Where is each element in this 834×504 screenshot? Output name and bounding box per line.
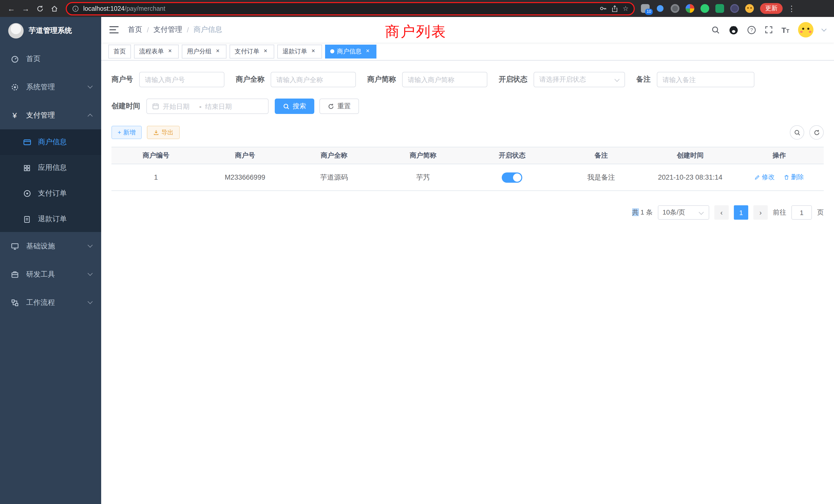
refresh-icon	[328, 103, 334, 110]
sidebar-item-pay-order[interactable]: 支付订单	[0, 181, 101, 206]
reset-button[interactable]: 重置	[320, 98, 359, 114]
close-icon[interactable]: ×	[262, 48, 269, 55]
password-key-icon[interactable]	[599, 5, 607, 12]
browser-reload-button[interactable]	[34, 2, 46, 15]
extension-icon[interactable]	[686, 4, 694, 13]
sidebar-item-system[interactable]: 系统管理	[0, 73, 101, 101]
status-select[interactable]: 请选择开启状态	[533, 72, 625, 87]
close-icon[interactable]: ×	[214, 48, 221, 55]
breadcrumb-current: 商户信息	[194, 25, 222, 35]
sidebar-item-merchant-info[interactable]: 商户信息	[0, 129, 101, 155]
full-name-input[interactable]	[271, 72, 356, 87]
info-icon	[72, 5, 79, 12]
github-icon[interactable]	[728, 25, 738, 35]
date-start-input[interactable]	[163, 102, 196, 110]
tab-pay-order[interactable]: 支付订单 ×	[229, 44, 274, 58]
tab-merchant-info[interactable]: 商户信息 ×	[325, 44, 376, 58]
tab-home[interactable]: 首页	[108, 44, 131, 58]
toggle-search-button[interactable]	[790, 125, 804, 140]
close-icon[interactable]: ×	[364, 48, 371, 55]
chevron-down-icon	[699, 210, 704, 215]
browser-back-button[interactable]: ←	[5, 2, 18, 15]
sidebar-item-payment[interactable]: ¥ 支付管理	[0, 101, 101, 129]
delete-link[interactable]: 删除	[784, 173, 804, 182]
date-range-picker[interactable]: -	[146, 98, 269, 114]
remark-input[interactable]	[657, 72, 754, 87]
short-name-input[interactable]	[402, 72, 487, 87]
status-toggle[interactable]	[502, 172, 522, 182]
sidebar-item-devtools[interactable]: 研发工具	[0, 260, 101, 289]
search-button[interactable]: 搜索	[275, 98, 314, 114]
back-icon: ←	[7, 4, 15, 13]
browser-update-button[interactable]: 更新	[760, 3, 783, 14]
search-icon	[794, 129, 800, 136]
download-icon	[153, 129, 159, 136]
sidebar-item-infrastructure[interactable]: 基础设施	[0, 232, 101, 260]
search-icon[interactable]	[711, 25, 720, 34]
filter-row-2: 创建时间 - 搜索 重置	[111, 98, 824, 114]
date-end-input[interactable]	[205, 102, 238, 110]
button-label: 新增	[123, 128, 136, 137]
tab-label: 支付订单	[235, 47, 259, 56]
prev-page-button[interactable]: ‹	[714, 205, 729, 220]
table-row: 1 M233666999 芋道源码 芋艿 我是备注 2021-10-23 08:…	[111, 164, 824, 191]
refresh-button[interactable]	[809, 125, 824, 140]
url-host: localhost:1024	[83, 5, 125, 12]
trash-icon	[784, 175, 789, 180]
address-bar[interactable]: localhost:1024/pay/merchant ☆	[66, 2, 635, 15]
page-size-select[interactable]: 10条/页	[658, 205, 709, 220]
sidebar-item-workflow[interactable]: 工作流程	[0, 289, 101, 317]
next-page-button[interactable]: ›	[753, 205, 768, 220]
target-icon	[23, 189, 31, 198]
filter-full-name: 商户全称	[236, 72, 356, 87]
sidebar-item-home[interactable]: 首页	[0, 45, 101, 73]
cell-merchant-no: M233666999	[200, 164, 290, 191]
svg-text:?: ?	[750, 27, 753, 32]
page-number-button[interactable]: 1	[734, 205, 748, 220]
browser-forward-button[interactable]: →	[20, 2, 32, 15]
app-title: 芋道管理系统	[29, 26, 72, 36]
link-label: 修改	[762, 173, 775, 182]
tab-refund-order[interactable]: 退款订单 ×	[277, 44, 322, 58]
chevron-up-icon	[88, 114, 93, 119]
calendar-icon	[152, 102, 159, 110]
close-icon[interactable]: ×	[167, 48, 174, 55]
add-button[interactable]: + 新增	[111, 126, 142, 139]
hamburger-icon[interactable]	[109, 26, 118, 33]
goto-page-input[interactable]	[791, 205, 812, 220]
sidebar-item-refund-order[interactable]: 退款订单	[0, 206, 101, 232]
filter-short-name: 商户简称	[367, 72, 487, 87]
sidebar-item-label: 系统管理	[26, 83, 88, 92]
user-avatar[interactable]	[798, 22, 813, 38]
close-icon[interactable]: ×	[310, 48, 317, 55]
extension-icon[interactable]	[701, 4, 709, 13]
extension-icon[interactable]	[657, 5, 663, 12]
export-button[interactable]: 导出	[147, 126, 180, 139]
font-size-icon[interactable]	[781, 26, 789, 33]
bookmark-star-icon[interactable]: ☆	[623, 5, 629, 12]
breadcrumb-home[interactable]: 首页	[128, 25, 142, 35]
field-label: 开启状态	[499, 75, 527, 84]
extension-icon[interactable]	[730, 4, 739, 13]
extension-icon[interactable]	[671, 4, 679, 13]
browser-home-button[interactable]	[48, 2, 61, 15]
fullscreen-icon[interactable]	[764, 26, 773, 34]
extension-icon[interactable]	[716, 4, 724, 13]
tab-user-group[interactable]: 用户分组 ×	[182, 44, 226, 58]
extension-icon[interactable]	[745, 4, 754, 13]
sidebar-item-app-info[interactable]: 应用信息	[0, 155, 101, 181]
help-icon[interactable]: ?	[747, 25, 756, 34]
sidebar-item-label: 支付订单	[38, 189, 101, 198]
chevron-down-icon[interactable]	[821, 26, 827, 31]
tab-label: 用户分组	[187, 47, 212, 56]
breadcrumb-section[interactable]: 支付管理	[154, 25, 182, 35]
share-icon[interactable]	[611, 5, 619, 12]
cell-status	[467, 164, 557, 191]
edit-link[interactable]: 修改	[755, 173, 775, 182]
browser-menu-icon[interactable]: ⋮	[788, 4, 795, 13]
breadcrumb-separator: /	[187, 26, 189, 34]
tab-process-form[interactable]: 流程表单 ×	[134, 44, 179, 58]
grid-icon	[23, 163, 31, 172]
merchant-no-input[interactable]	[139, 72, 224, 87]
extensions-puzzle-icon[interactable]: 10	[641, 4, 650, 13]
